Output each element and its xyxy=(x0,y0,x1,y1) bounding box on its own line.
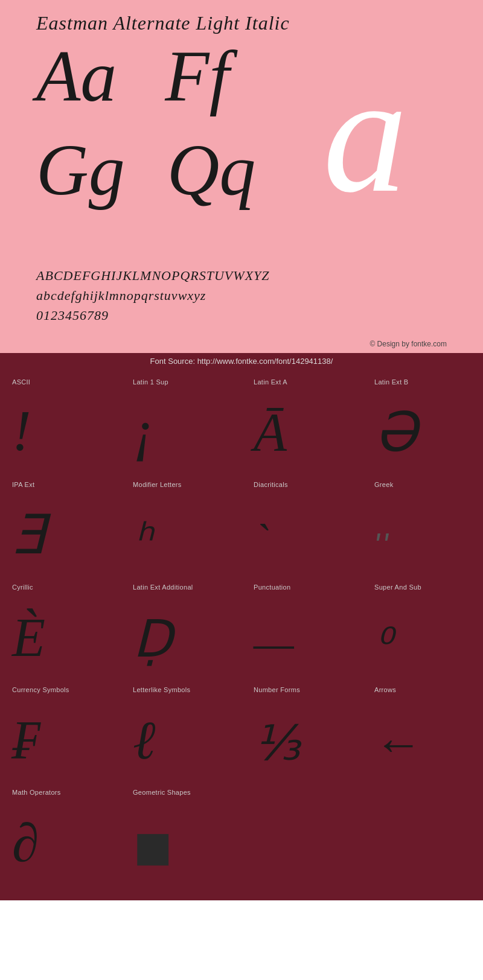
glyph-grid: ASCII!Latin 1 Sup¡Latin Ext AĀLatin Ext … xyxy=(0,369,483,882)
lowercase-alphabet: abcdefghijklmnopqrstuvwxyz xyxy=(36,285,447,305)
glyph-char: ¡ xyxy=(133,402,155,460)
glyph-label: Cyrillic xyxy=(12,584,33,591)
glyph-char: ⁰ xyxy=(374,623,391,665)
uppercase-alphabet: ABCDEFGHIJKLMNOPQRSTUVWXYZ xyxy=(36,266,447,285)
specimen-ff: Ff xyxy=(165,40,229,113)
specimen-qq: Qq xyxy=(167,134,256,206)
digits: 0123456789 xyxy=(36,305,447,325)
glyph-cell-number-forms: Number Forms⅓ xyxy=(242,677,362,780)
glyph-cell-latin-ext-additional: Latin Ext AdditionalḌ xyxy=(121,574,242,677)
glyph-char: — xyxy=(254,620,294,665)
glyph-char: Ə xyxy=(374,406,417,460)
specimen-aa: Aa xyxy=(36,40,117,113)
glyph-char: Ǝ xyxy=(12,508,46,562)
specimen-gg: Gg xyxy=(36,134,125,206)
glyph-label: Modifier Letters xyxy=(133,481,182,488)
glyph-cell-super-and-sub: Super And Sub⁰ xyxy=(362,574,483,677)
alphabet-section: ABCDEFGHIJKLMNOPQRSTUVWXYZ abcdefghijklm… xyxy=(0,259,483,337)
glyph-char: ʰ xyxy=(133,517,151,562)
glyph-char: ₣ xyxy=(12,713,39,768)
glyph-char: ! xyxy=(12,402,31,460)
glyph-char: ℓ xyxy=(133,713,156,768)
glyph-cell-punctuation: Punctuation— xyxy=(242,574,362,677)
glyph-char: ʹʹ xyxy=(374,532,391,562)
glyph-cell-diacriticals: Diacriticals` xyxy=(242,472,362,574)
glyph-label: Diacriticals xyxy=(254,481,288,488)
glyph-cell-arrows: Arrows← xyxy=(362,677,483,780)
glyph-char: Ā xyxy=(254,406,287,460)
glyph-label: Punctuation xyxy=(254,584,290,591)
glyph-label: Number Forms xyxy=(254,686,300,693)
glyph-label: Math Operators xyxy=(12,789,61,796)
glyph-cell-latin-ext-a: Latin Ext AĀ xyxy=(242,369,362,472)
top-section: Eastman Alternate Light Italic Aa Ff a G… xyxy=(0,0,483,259)
glyph-label: Greek xyxy=(374,481,393,488)
glyph-char: ⅓ xyxy=(254,719,301,768)
glyph-cell-letterlike-symbols: Letterlike Symbolsℓ xyxy=(121,677,242,780)
glyph-char: È xyxy=(12,611,45,665)
glyph-label: Arrows xyxy=(374,686,396,693)
glyph-cell-geometric-shapes: Geometric Shapes◼ xyxy=(121,780,242,882)
glyph-cell-cyrillic: CyrillicÈ xyxy=(0,574,121,677)
glyph-label: Geometric Shapes xyxy=(133,789,191,796)
glyph-label: Letterlike Symbols xyxy=(133,686,190,693)
font-title: Eastman Alternate Light Italic xyxy=(36,12,447,34)
glyph-label: Latin Ext B xyxy=(374,378,409,386)
glyph-cell-modifier-letters: Modifier Lettersʰ xyxy=(121,472,242,574)
glyph-label: Super And Sub xyxy=(374,584,421,591)
glyph-char: ← xyxy=(374,719,423,768)
glyph-cell-latin-ext-b: Latin Ext BƏ xyxy=(362,369,483,472)
glyph-cell-ascii: ASCII! xyxy=(0,369,121,472)
glyph-label: Currency Symbols xyxy=(12,686,69,693)
glyph-char: ` xyxy=(254,517,269,562)
glyph-cell-greek: Greekʹʹ xyxy=(362,472,483,574)
glyph-label: Latin Ext Additional xyxy=(133,584,193,591)
glyph-cell-math-operators: Math Operators∂ xyxy=(0,780,121,882)
glyph-label: ASCII xyxy=(12,378,30,386)
glyph-label: IPA Ext xyxy=(12,481,34,488)
glyph-cell-ipa-ext: IPA ExtƎ xyxy=(0,472,121,574)
glyph-label: Latin 1 Sup xyxy=(133,378,168,386)
specimen-large-a: a xyxy=(323,49,408,218)
glyph-cell-currency-symbols: Currency Symbols₣ xyxy=(0,677,121,780)
glyph-label: Latin Ext A xyxy=(254,378,287,386)
glyph-char: Ḍ xyxy=(133,614,172,665)
glyph-char: ◼ xyxy=(133,822,173,870)
copyright: © Design by fontke.com xyxy=(0,337,483,353)
glyph-cell-latin-1-sup: Latin 1 Sup¡ xyxy=(121,369,242,472)
source-line: Font Source: http://www.fontke.com/font/… xyxy=(0,353,483,369)
dark-section: ASCII!Latin 1 Sup¡Latin Ext AĀLatin Ext … xyxy=(0,369,483,900)
glyph-char: ∂ xyxy=(12,816,39,870)
